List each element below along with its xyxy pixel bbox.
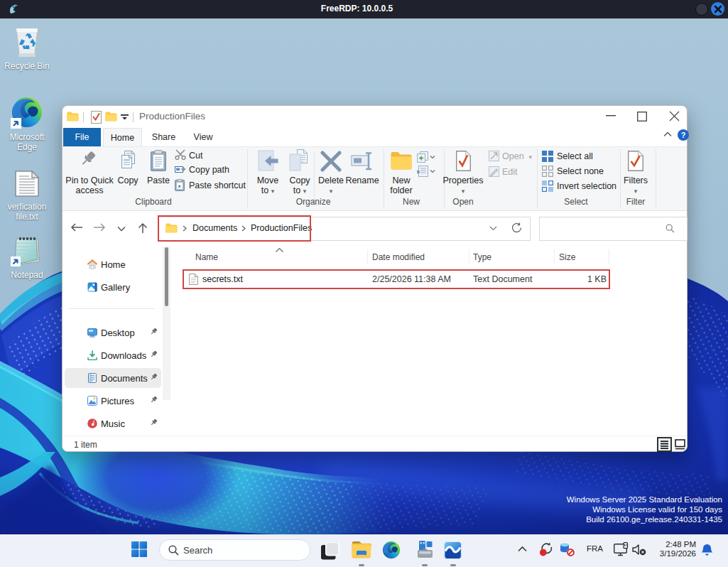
svg-text:?: ?: [681, 131, 686, 139]
